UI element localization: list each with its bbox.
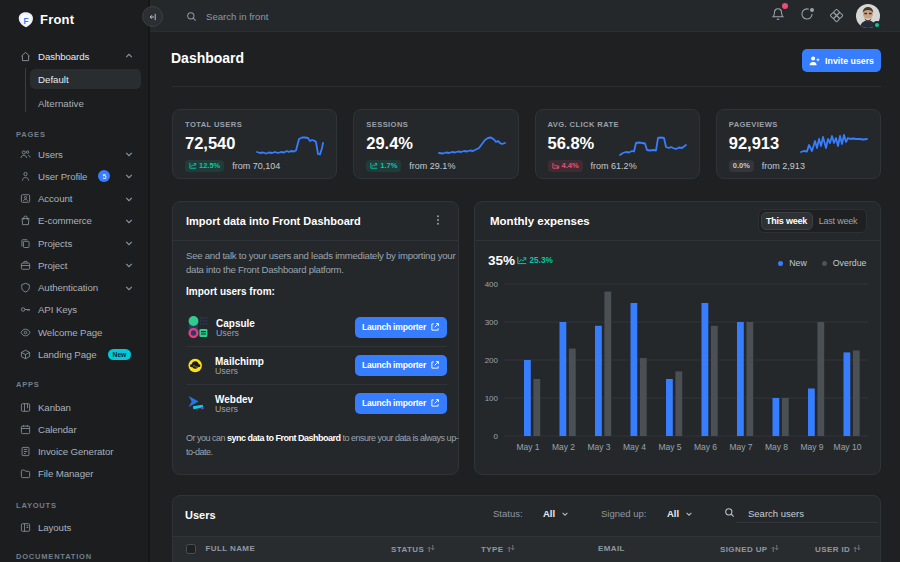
svg-text:May 9: May 9 [800,442,823,452]
svg-text:F: F [23,16,28,25]
svg-text:May 5: May 5 [658,442,681,452]
svg-text:May 3: May 3 [587,442,610,452]
svg-text:May 7: May 7 [729,442,752,452]
svg-text:200: 200 [485,356,499,365]
svg-text:May 8: May 8 [765,442,788,452]
svg-text:100: 100 [485,394,499,403]
svg-text:May 1: May 1 [516,442,539,452]
svg-text:May 2: May 2 [552,442,575,452]
svg-text:May 6: May 6 [694,442,717,452]
svg-text:0: 0 [494,432,499,441]
svg-text:400: 400 [485,280,499,289]
svg-text:May 10: May 10 [834,442,862,452]
svg-text:May 4: May 4 [623,442,646,452]
svg-text:300: 300 [485,318,499,327]
